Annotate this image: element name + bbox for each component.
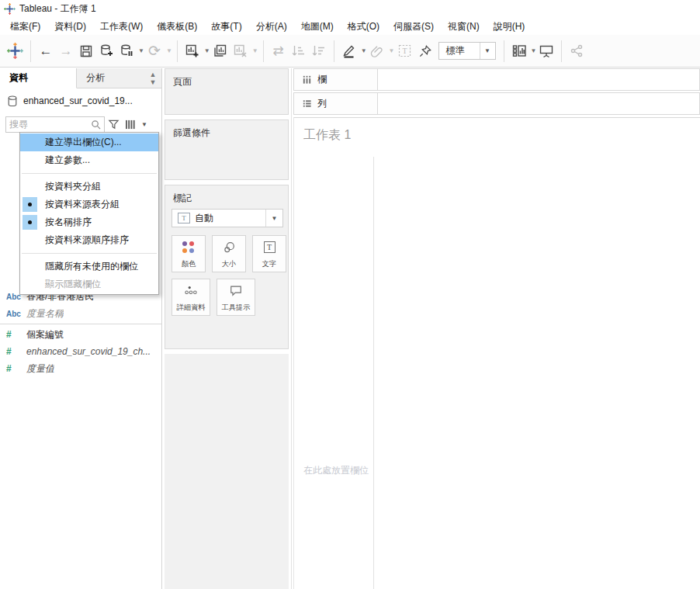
toolbar-separator <box>263 40 264 62</box>
search-icon <box>87 116 104 133</box>
view-options-caret-icon[interactable]: ▼ <box>139 121 150 128</box>
mark-buttons: 顏色 大小 T 文字 <box>172 235 288 316</box>
menu-file[interactable]: 檔案(F) <box>3 18 47 36</box>
share-icon <box>567 39 587 64</box>
columns-shelf[interactable]: 欄 <box>293 68 700 91</box>
menu-analysis[interactable]: 分析(A) <box>249 18 294 36</box>
show-mark-labels-icon: T <box>395 39 415 64</box>
detail-button[interactable]: 詳細資料 <box>172 279 210 316</box>
field-label: 度量值 <box>26 362 54 376</box>
field-list: Abc 香港/非香港居民 Abc 度量名稱 # 個案編號 # enhanced_… <box>0 288 161 377</box>
filters-shelf[interactable]: 篩選條件 <box>165 120 289 180</box>
fit-selector[interactable]: 標準 ▼ <box>438 42 496 60</box>
pane-swap-icon[interactable]: ▲▼ <box>144 68 161 88</box>
menu-window[interactable]: 視窗(N) <box>441 18 487 36</box>
presentation-mode-icon[interactable] <box>536 39 556 64</box>
menu-item-group-by-folder[interactable]: 按資料夾分組 <box>20 178 158 196</box>
columns-icon <box>302 74 312 85</box>
highlight-caret-icon[interactable]: ▼ <box>361 47 367 54</box>
fix-axes-icon[interactable] <box>415 39 435 64</box>
menu-item-group-by-data-source-table[interactable]: 按資料來源表分組 <box>20 196 158 213</box>
field-row[interactable]: Abc 度量名稱 <box>0 305 161 322</box>
pages-shelf[interactable]: 頁面 <box>165 68 289 115</box>
string-type-icon: Abc <box>6 310 26 318</box>
fit-selector-value: 標準 <box>439 44 480 57</box>
run-update-icon: ⟳ <box>144 39 165 64</box>
highlight-icon[interactable] <box>339 39 359 64</box>
field-label: 個案編號 <box>26 328 64 341</box>
mark-type-dropdown[interactable]: T 自動 ▼ <box>172 209 283 227</box>
marks-card-label: 標記 <box>165 185 288 205</box>
menu-help[interactable]: 說明(H) <box>487 18 532 36</box>
color-button[interactable]: 顏色 <box>172 235 206 272</box>
filter-fields-icon[interactable] <box>105 116 122 133</box>
new-worksheet-caret-icon[interactable]: ▼ <box>204 47 210 54</box>
pages-shelf-label: 頁面 <box>165 69 288 88</box>
search-box[interactable] <box>5 116 105 133</box>
text-icon: T <box>253 236 286 258</box>
menu-item-hide-unused-fields[interactable]: 隱藏所有未使用的欄位 <box>20 258 158 275</box>
pause-auto-updates-icon[interactable] <box>116 39 137 64</box>
field-row[interactable]: # 度量值 <box>0 360 161 377</box>
toolbar: ← → ▼ ⟳ ▼ ▼ ▼ ⇄ <box>0 35 700 68</box>
search-input[interactable] <box>6 119 87 130</box>
toolbar-separator <box>334 40 334 62</box>
field-row[interactable]: # enhanced_sur_covid_19_ch... <box>0 343 161 360</box>
sheet-canvas[interactable]: 工作表 1 在此處放置欄位 <box>293 117 700 589</box>
text-button[interactable]: T 文字 <box>252 235 286 272</box>
toolbar-separator <box>561 40 562 62</box>
menu-data[interactable]: 資料(D) <box>47 18 93 36</box>
menu-format[interactable]: 格式(O) <box>341 18 386 36</box>
tooltip-button[interactable]: 工具提示 <box>217 279 255 316</box>
size-button[interactable]: 大小 <box>212 235 246 272</box>
number-type-icon: # <box>6 363 26 374</box>
show-cards-caret-icon[interactable]: ▼ <box>531 47 537 54</box>
menu-story[interactable]: 故事(T) <box>204 18 248 36</box>
undo-icon[interactable]: ← <box>36 39 56 64</box>
new-data-source-icon[interactable] <box>96 39 116 64</box>
mark-type-caret-icon[interactable]: ▼ <box>265 210 282 227</box>
pause-auto-updates-caret-icon[interactable]: ▼ <box>138 47 144 54</box>
radio-selected-icon <box>23 197 37 212</box>
data-source-row[interactable]: enhanced_sur_covid_19... <box>0 88 161 113</box>
menu-item-create-calculated-field[interactable]: 建立導出欄位(C)... <box>20 133 158 151</box>
field-label: enhanced_sur_covid_19_ch... <box>26 346 151 357</box>
pane-tabs: 資料 分析 ▲▼ <box>0 68 161 88</box>
save-icon[interactable] <box>76 39 96 64</box>
show-cards-icon[interactable] <box>509 39 529 64</box>
columns-shelf-label: 欄 <box>317 73 327 86</box>
menu-map[interactable]: 地圖(M) <box>294 18 341 36</box>
tab-data[interactable]: 資料 <box>0 68 77 88</box>
tab-analytics[interactable]: 分析 <box>77 68 139 88</box>
toolbar-separator <box>504 40 504 62</box>
field-row[interactable]: # 個案編號 <box>0 326 161 343</box>
tableau-logo-button[interactable] <box>5 39 26 64</box>
worksheet-area: 欄 列 工作表 1 在此處放置欄位 <box>292 68 700 589</box>
menu-item-sort-by-name[interactable]: 按名稱排序 <box>20 213 158 231</box>
new-worksheet-icon[interactable] <box>182 39 203 64</box>
number-type-icon: # <box>6 329 26 340</box>
view-options-icon[interactable] <box>122 116 139 133</box>
menu-item-create-parameter[interactable]: 建立參數... <box>20 151 158 169</box>
menu-dashboard[interactable]: 儀表板(B) <box>150 18 204 36</box>
cards-pane-filler <box>165 354 289 589</box>
fit-selector-caret-icon[interactable]: ▼ <box>480 43 495 59</box>
data-pane-context-menu: 建立導出欄位(C)... 建立參數... 按資料夾分組 按資料來源表分組 按名稱… <box>19 132 159 295</box>
rows-shelf[interactable]: 列 <box>293 92 700 115</box>
sort-ascending-icon <box>289 39 309 64</box>
rows-shelf-label: 列 <box>317 97 327 110</box>
marks-card: 標記 T 自動 ▼ 顏色 大小 <box>165 185 289 349</box>
mark-type-value: 自動 <box>195 212 265 225</box>
menu-worksheet[interactable]: 工作表(W) <box>93 18 150 36</box>
tooltip-icon <box>217 279 255 302</box>
radio-selected-icon <box>23 215 37 230</box>
sort-descending-icon <box>309 39 329 64</box>
duplicate-sheet-icon[interactable] <box>210 39 230 64</box>
menu-item-sort-by-data-source-order[interactable]: 按資料來源順序排序 <box>20 231 158 249</box>
toolbar-separator <box>30 40 31 62</box>
clear-sheet-icon <box>230 39 251 64</box>
color-icon <box>172 236 205 258</box>
menu-server[interactable]: 伺服器(S) <box>386 18 441 36</box>
window-title: Tableau - 工作簿 1 <box>19 2 96 16</box>
filters-shelf-label: 篩選條件 <box>165 120 288 140</box>
